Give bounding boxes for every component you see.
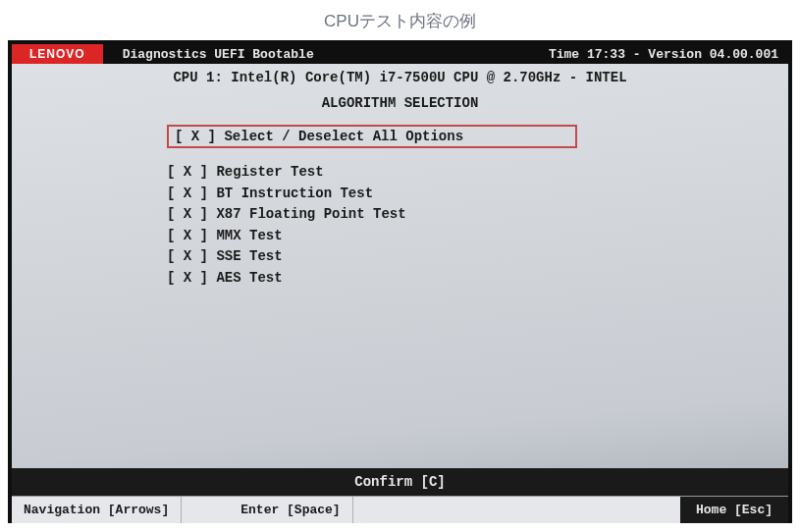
option-label: MMX Test bbox=[216, 228, 282, 243]
time-label: Time 17:33 bbox=[549, 47, 625, 62]
checkbox-icon: [ X ] bbox=[167, 206, 208, 222]
options-area: [ X ] Select / Deselect All Options [ X … bbox=[167, 125, 788, 290]
header-right: Time 17:33 - Version 04.00.001 bbox=[549, 47, 788, 62]
checkbox-icon: [ X ] bbox=[167, 248, 208, 264]
confirm-button[interactable]: Confirm [C] bbox=[12, 468, 788, 496]
footer-enter: Enter [Space] bbox=[182, 497, 352, 523]
checkbox-icon: [ X ] bbox=[167, 228, 208, 243]
checkbox-icon: [ X ] bbox=[167, 164, 208, 180]
footer-home-button[interactable]: Home [Esc] bbox=[680, 497, 788, 523]
app-title: Diagnostics UEFI Bootable bbox=[103, 47, 549, 62]
footer-bar: Navigation [Arrows] Enter [Space] Home [… bbox=[12, 496, 788, 523]
footer-spacer bbox=[353, 497, 680, 523]
option-bt-instruction-test[interactable]: [ X ] BT Instruction Test bbox=[167, 184, 788, 205]
option-label: Register Test bbox=[216, 164, 323, 180]
brand-logo: LENOVO bbox=[12, 44, 103, 64]
main-panel: CPU 1: Intel(R) Core(TM) i7-7500U CPU @ … bbox=[12, 64, 788, 496]
option-x87-floating-point-test[interactable]: [ X ] X87 Floating Point Test bbox=[167, 204, 788, 226]
option-label: BT Instruction Test bbox=[216, 186, 373, 201]
section-title: ALGORITHM SELECTION bbox=[12, 95, 788, 111]
option-label: X87 Floating Point Test bbox=[216, 206, 405, 222]
cpu-info: CPU 1: Intel(R) Core(TM) i7-7500U CPU @ … bbox=[12, 70, 788, 85]
option-sse-test[interactable]: [ X ] SSE Test bbox=[167, 246, 788, 268]
checkbox-icon: [ X ] bbox=[175, 129, 216, 144]
option-mmx-test[interactable]: [ X ] MMX Test bbox=[167, 226, 788, 247]
option-register-test[interactable]: [ X ] Register Test bbox=[167, 162, 788, 184]
checkbox-icon: [ X ] bbox=[167, 270, 208, 286]
select-all-label: Select / Deselect All Options bbox=[224, 129, 463, 144]
footer-navigation: Navigation [Arrows] bbox=[12, 497, 182, 523]
caption-text: CPUテスト内容の例 bbox=[0, 0, 800, 40]
option-label: SSE Test bbox=[216, 248, 282, 264]
option-aes-test[interactable]: [ X ] AES Test bbox=[167, 268, 788, 290]
select-all-option[interactable]: [ X ] Select / Deselect All Options bbox=[167, 125, 577, 148]
checkbox-icon: [ X ] bbox=[167, 186, 208, 201]
header-bar: LENOVO Diagnostics UEFI Bootable Time 17… bbox=[12, 44, 788, 64]
version-label: - Version 04.00.001 bbox=[633, 47, 778, 62]
screen-wrapper: LENOVO Diagnostics UEFI Bootable Time 17… bbox=[8, 40, 792, 523]
option-label: AES Test bbox=[216, 270, 282, 286]
